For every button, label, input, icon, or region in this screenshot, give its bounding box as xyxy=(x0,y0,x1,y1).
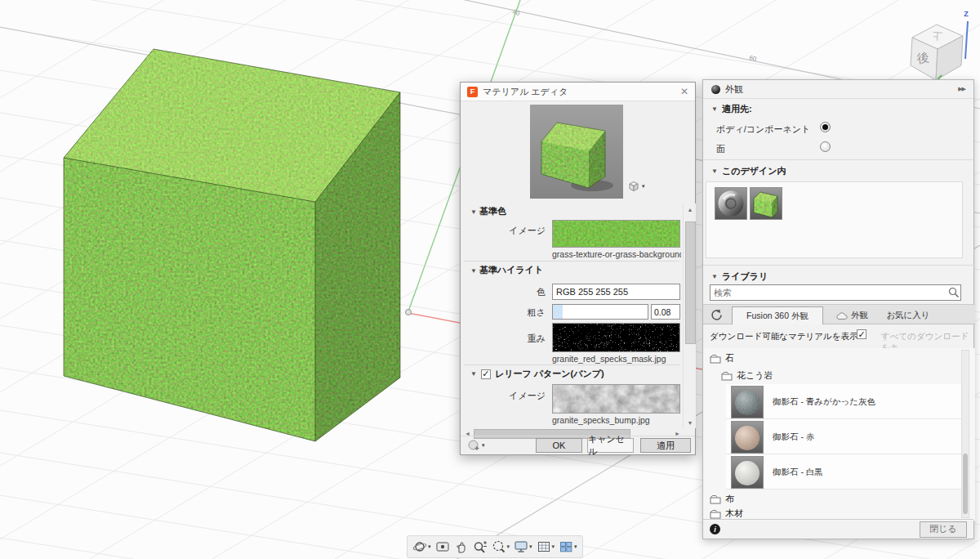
folder-icon xyxy=(710,509,721,519)
folder-stone[interactable]: 石 xyxy=(710,352,734,364)
expand-icon[interactable]: ▼ xyxy=(470,267,477,275)
folder-wood[interactable]: 木材 xyxy=(710,508,743,520)
scrollbar-thumb[interactable] xyxy=(963,454,968,514)
folder-granite[interactable]: 花こう岩 xyxy=(721,369,773,382)
design-material-grass-thumbnail[interactable] xyxy=(750,187,782,220)
divider xyxy=(464,261,679,262)
scrollbar-thumb[interactable] xyxy=(685,221,696,344)
new-material-button[interactable]: ▾ xyxy=(467,439,485,452)
folder-icon xyxy=(721,371,733,381)
navigation-toolbar: ▾ ▾ xyxy=(407,535,583,558)
folder-cloth[interactable]: 布 xyxy=(710,493,734,505)
image-label: イメージ xyxy=(467,225,546,237)
scroll-up-icon[interactable]: ▲ xyxy=(684,203,697,215)
grid-caret-icon[interactable]: ▾ xyxy=(552,543,555,550)
tab-cloud-appearance[interactable]: 外観 xyxy=(827,306,876,324)
material-row-granite-gray[interactable]: 御影石 - 青みがかった灰色 xyxy=(726,384,961,419)
roughness-slider-fill xyxy=(553,305,563,319)
apply-to-face-radio[interactable] xyxy=(820,141,831,152)
fusion-logo-icon: F xyxy=(467,87,478,97)
orbit-button[interactable]: ▾ xyxy=(412,539,432,554)
display-settings-button[interactable]: ▾ xyxy=(513,539,533,554)
close-panel-button[interactable]: 閉じる xyxy=(920,521,967,538)
apply-to-header[interactable]: ▼ 適用先: xyxy=(711,103,752,115)
material-row-granite-bw[interactable]: 御影石 - 白黒 xyxy=(726,454,961,490)
viewports-caret-icon[interactable]: ▾ xyxy=(574,543,577,550)
material-editor-titlebar[interactable]: F マテリアル エディタ ✕ xyxy=(461,83,695,101)
show-downloadable-checkbox[interactable]: ✓ xyxy=(857,329,866,339)
design-material-metal-thumbnail[interactable] xyxy=(715,187,747,220)
zoom-button[interactable] xyxy=(472,539,488,554)
orbit-caret-icon[interactable]: ▾ xyxy=(428,543,431,550)
material-name: 御影石 - 白黒 xyxy=(773,467,823,478)
in-design-materials xyxy=(706,181,963,258)
apply-to-body-radio[interactable] xyxy=(820,122,831,132)
viewports-button[interactable]: ▾ xyxy=(558,539,578,554)
preview-shape-button[interactable]: ▾ xyxy=(627,180,645,193)
section-base-color[interactable]: ▼ 基準色 xyxy=(470,205,506,217)
material-editor-dialog: F マテリアル エディタ ✕ ▾ xyxy=(460,82,696,455)
add-material-icon xyxy=(467,439,480,452)
z-axis-label: Z xyxy=(964,10,969,18)
in-design-header[interactable]: ▼ このデザイン内 xyxy=(711,165,786,177)
appearance-icon xyxy=(711,85,720,94)
folder-icon xyxy=(710,494,721,504)
add-material-caret-icon[interactable]: ▾ xyxy=(482,442,485,449)
grass-cube-left-face[interactable] xyxy=(64,158,315,441)
viewports-icon xyxy=(559,539,573,554)
origin-point[interactable] xyxy=(406,310,412,315)
expand-icon[interactable]: ▼ xyxy=(711,273,718,280)
cancel-button[interactable]: キャンセル xyxy=(587,438,634,453)
ok-button[interactable]: OK xyxy=(536,438,582,453)
material-name: 御影石 - 青みがかった灰色 xyxy=(773,396,875,408)
library-scrollbar[interactable] xyxy=(961,350,969,518)
material-preview: ▾ xyxy=(461,101,695,203)
roughness-slider[interactable] xyxy=(552,304,648,320)
roughness-value[interactable]: 0.08 xyxy=(651,304,680,320)
expand-icon[interactable]: ▼ xyxy=(711,168,718,175)
dialog-title: マテリアル エディタ xyxy=(483,86,675,98)
look-at-button[interactable] xyxy=(434,539,451,554)
apply-to-face-label: 面 xyxy=(716,143,725,155)
view-cube-top-label: 上 xyxy=(932,29,942,42)
look-at-icon xyxy=(435,539,450,554)
fit-caret-icon[interactable]: ▾ xyxy=(507,543,510,550)
apply-button[interactable]: 適用 xyxy=(640,438,691,453)
expand-icon[interactable]: ▼ xyxy=(711,105,718,113)
weight-filename: granite_red_specks_mask.jpg xyxy=(552,354,681,364)
appearance-panel-header[interactable]: 外観 ▶▶ xyxy=(703,80,973,99)
section-relief-pattern[interactable]: ▼ ✓ レリーフ パターン(バンプ) xyxy=(470,368,604,380)
zoom-icon xyxy=(473,539,488,554)
divider xyxy=(703,265,975,266)
scroll-down-icon[interactable]: ▼ xyxy=(684,417,697,428)
grid-settings-icon xyxy=(537,539,551,554)
panel-footer: i 閉じる xyxy=(703,519,973,539)
orbit-icon xyxy=(412,539,427,554)
pan-button[interactable] xyxy=(453,539,470,554)
color-value-input[interactable] xyxy=(552,284,680,300)
expand-icon[interactable]: ▼ xyxy=(470,370,477,378)
fit-button[interactable]: ▾ xyxy=(491,539,511,554)
grid-settings-button[interactable]: ▾ xyxy=(536,539,556,554)
weight-texture-thumbnail[interactable] xyxy=(552,323,680,352)
refresh-icon[interactable] xyxy=(710,308,724,322)
relief-enabled-checkbox[interactable]: ✓ xyxy=(481,369,491,379)
search-input[interactable] xyxy=(710,284,961,301)
pan-icon xyxy=(454,539,469,554)
preview-shape-caret-icon[interactable]: ▾ xyxy=(642,183,645,190)
material-row-granite-red[interactable]: 御影石 - 赤 xyxy=(726,419,961,454)
base-color-texture-thumbnail[interactable] xyxy=(552,220,680,248)
expand-icon[interactable]: ▼ xyxy=(470,208,477,216)
display-caret-icon[interactable]: ▾ xyxy=(529,543,532,550)
relief-texture-thumbnail[interactable] xyxy=(552,384,680,414)
library-header[interactable]: ▼ ライブラリ xyxy=(711,271,768,283)
tab-favorites[interactable]: お気に入り xyxy=(881,306,935,324)
close-icon[interactable]: ✕ xyxy=(680,86,688,97)
collapse-panel-icon[interactable]: ▶▶ xyxy=(958,86,965,92)
info-icon[interactable]: i xyxy=(710,524,720,534)
preview-cube-icon xyxy=(627,180,640,193)
grass-cube-body[interactable] xyxy=(57,42,408,448)
section-base-highlight[interactable]: ▼ 基準ハイライト xyxy=(470,264,543,276)
dialog-vertical-scrollbar[interactable]: ▲ ▼ xyxy=(683,203,696,428)
tab-fusion360-appearance[interactable]: Fusion 360 外観 xyxy=(732,306,823,324)
